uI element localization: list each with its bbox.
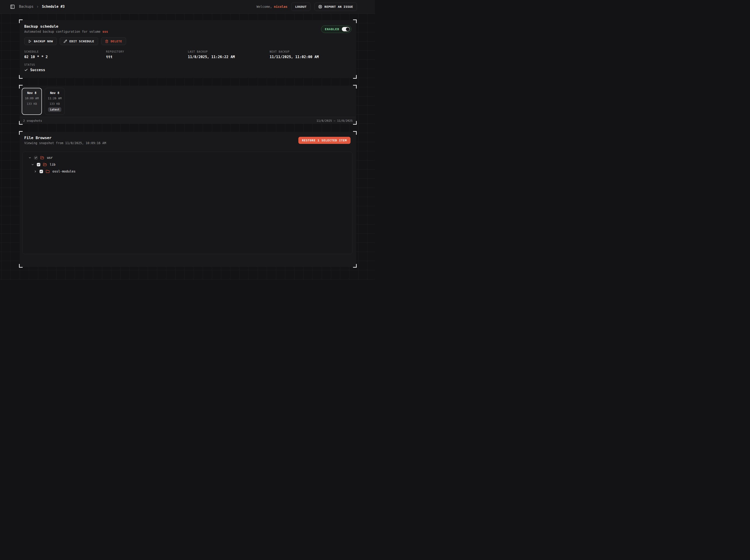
folder-icon	[46, 169, 50, 174]
snapshot-card-selected[interactable]: Nov 8 10:09 AM 133 KB	[22, 88, 42, 115]
snapshot-time: 11:26 AM	[45, 97, 64, 100]
schedule-actions: BACKUP NOW EDIT SCHEDULE DELETE	[24, 37, 351, 45]
corner-bracket	[353, 131, 357, 135]
schedule-panel-titles: Backup schedule Automated backup configu…	[24, 24, 108, 34]
tree-item-name: ossl-modules	[53, 169, 76, 173]
schedule-panel-header: Backup schedule Automated backup configu…	[24, 24, 351, 34]
tree-item-name: lib	[50, 163, 55, 166]
snapshot-count: 2 snapshots	[23, 119, 42, 122]
subtitle-text: Automated backup configuration for volum…	[24, 30, 100, 34]
corner-bracket	[19, 264, 23, 268]
field-schedule-value: 02 10 * * 2	[24, 55, 106, 59]
welcome-text: Welcome, nicolas	[256, 5, 288, 8]
field-next-backup-label: NEXT BACKUP	[270, 50, 352, 53]
field-schedule: SCHEDULE 02 10 * * 2	[24, 50, 106, 59]
snapshots-footer: 2 snapshots 11/8/2025 – 11/8/2025	[20, 117, 356, 124]
field-repository-label: REPOSITORY	[106, 50, 188, 53]
field-last-backup-value: 11/8/2025, 11:26:22 AM	[188, 55, 270, 59]
corner-bracket	[19, 131, 23, 135]
folder-open-icon	[43, 163, 47, 166]
corner-bracket	[353, 75, 357, 79]
welcome-prefix: Welcome,	[256, 5, 272, 8]
topbar-right: Welcome, nicolas LOGOUT REPORT AN ISSUE	[256, 2, 357, 11]
backup-now-button-label: BACKUP NOW	[34, 40, 53, 43]
field-last-backup-label: LAST BACKUP	[188, 50, 270, 53]
toggle-switch[interactable]	[342, 27, 350, 31]
tree-row-lib[interactable]: lib	[23, 161, 352, 168]
backup-now-button[interactable]: BACKUP NOW	[24, 37, 57, 45]
backup-schedule-panel: Backup schedule Automated backup configu…	[20, 20, 356, 78]
volume-name: sss	[102, 30, 108, 34]
chevron-down-icon[interactable]	[31, 163, 34, 166]
field-next-backup-value: 11/11/2025, 11:02:00 AM	[270, 55, 352, 59]
sidebar-toggle-button[interactable]	[10, 4, 15, 9]
corner-bracket	[19, 75, 23, 79]
latest-badge: Latest	[48, 107, 61, 112]
snapshot-card-latest[interactable]: Nov 8 11:26 AM 133 KB Latest	[45, 88, 65, 115]
corner-bracket	[353, 19, 357, 23]
username: nicolas	[274, 5, 288, 8]
pencil-icon	[64, 40, 67, 43]
breadcrumb: Backups Schedule #3	[19, 4, 65, 9]
restore-selected-button[interactable]: RESTORE 1 SELECTED ITEM	[298, 137, 351, 144]
folder-open-icon	[40, 156, 44, 160]
topbar: Backups Schedule #3 Welcome, nicolas LOG…	[0, 0, 375, 14]
field-schedule-label: SCHEDULE	[24, 50, 106, 53]
snapshot-size: 133 KB	[45, 102, 64, 105]
tree-row-usr[interactable]: usr	[23, 154, 352, 161]
breadcrumb-item-backups[interactable]: Backups	[19, 4, 34, 9]
life-buoy-icon	[318, 5, 322, 9]
chevron-down-icon[interactable]	[28, 156, 31, 159]
status-value: Success	[24, 68, 351, 72]
report-issue-button-label: REPORT AN ISSUE	[324, 5, 353, 8]
file-tree: usr lib	[22, 152, 352, 254]
restore-selected-button-label: RESTORE 1 SELECTED ITEM	[302, 139, 347, 142]
checkbox-usr[interactable]	[34, 156, 38, 159]
tree-row-ossl-modules[interactable]: ossl-modules	[23, 168, 352, 175]
status-label: STATUS	[24, 63, 351, 66]
checkbox-lib[interactable]	[37, 163, 40, 166]
check-icon	[24, 68, 28, 72]
field-last-backup: LAST BACKUP 11/8/2025, 11:26:22 AM	[188, 50, 270, 59]
play-icon	[28, 40, 32, 43]
edit-schedule-button-label: EDIT SCHEDULE	[69, 40, 94, 43]
file-browser-panel: File Browser Viewing snapshot from 11/8/…	[20, 132, 356, 267]
snapshot-date: Nov 8	[22, 91, 41, 95]
schedule-panel-title: Backup schedule	[24, 24, 108, 29]
logout-button-label: LOGOUT	[295, 5, 307, 8]
trash-icon	[105, 40, 108, 43]
schedule-panel-subtitle: Automated backup configuration for volum…	[24, 30, 108, 34]
chevron-right-icon[interactable]	[34, 170, 37, 173]
toggle-knob	[346, 27, 350, 31]
enabled-toggle[interactable]: ENABLED	[321, 25, 351, 33]
enabled-toggle-label: ENABLED	[325, 27, 339, 31]
corner-bracket	[353, 264, 357, 268]
delete-button-label: DELETE	[111, 40, 122, 43]
breadcrumb-current-page: Schedule #3	[42, 4, 64, 9]
tree-item-name: usr	[47, 156, 53, 159]
status-field: STATUS Success	[24, 63, 351, 72]
chevron-right-icon	[36, 5, 39, 8]
field-repository-value: ttt	[106, 55, 188, 59]
snapshot-date: Nov 8	[45, 91, 64, 95]
logout-button[interactable]: LOGOUT	[291, 2, 311, 11]
snapshot-time: 10:09 AM	[22, 97, 41, 100]
main-content: Backup schedule Automated backup configu…	[0, 14, 375, 267]
report-issue-button[interactable]: REPORT AN ISSUE	[314, 2, 357, 11]
snapshot-cards: Nov 8 10:09 AM 133 KB Nov 8 11:26 AM 133…	[20, 85, 356, 115]
delete-button[interactable]: DELETE	[101, 37, 126, 45]
field-repository: REPOSITORY ttt	[106, 50, 188, 59]
topbar-left: Backups Schedule #3	[10, 4, 65, 9]
panel-left-icon	[10, 4, 15, 9]
schedule-fields: SCHEDULE 02 10 * * 2 REPOSITORY ttt LAST…	[24, 50, 351, 59]
snapshot-size: 133 KB	[22, 102, 41, 105]
edit-schedule-button[interactable]: EDIT SCHEDULE	[60, 37, 98, 45]
checkbox-ossl-modules[interactable]	[40, 170, 43, 173]
corner-bracket	[19, 19, 23, 23]
page: Backups Schedule #3 Welcome, nicolas LOG…	[0, 0, 375, 280]
field-next-backup: NEXT BACKUP 11/11/2025, 11:02:00 AM	[270, 50, 352, 59]
snapshots-panel: Nov 8 10:09 AM 133 KB Nov 8 11:26 AM 133…	[20, 85, 356, 124]
status-text: Success	[30, 68, 45, 72]
snapshot-date-range: 11/8/2025 – 11/8/2025	[316, 119, 353, 122]
